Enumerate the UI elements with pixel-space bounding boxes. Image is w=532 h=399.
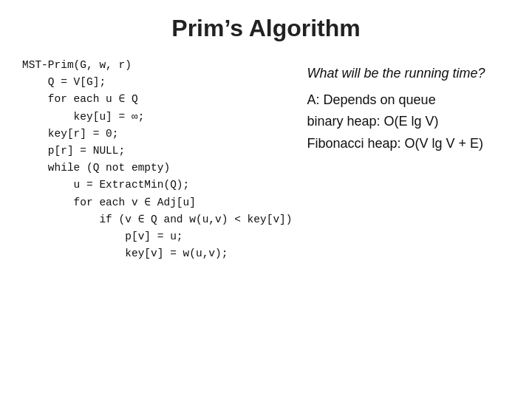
content-area: MST-Prim(G, w, r) Q = V[G]; for each u ∈… <box>22 57 510 262</box>
answer-line3: Fibonacci heap: O(V lg V + E) <box>307 136 484 151</box>
algorithm-code: MST-Prim(G, w, r) Q = V[G]; for each u ∈… <box>22 57 293 262</box>
answer-line1: A: Depends on queue <box>307 92 436 107</box>
page-title: Prim’s Algorithm <box>22 15 510 42</box>
running-time-answer: A: Depends on queue binary heap: O(E lg … <box>307 89 511 155</box>
answer-line2: binary heap: O(E lg V) <box>307 114 439 129</box>
page: Prim’s Algorithm MST-Prim(G, w, r) Q = V… <box>0 0 532 399</box>
running-time-question: What will be the running time? <box>307 63 511 85</box>
explanation-panel: What will be the running time? A: Depend… <box>307 57 511 155</box>
